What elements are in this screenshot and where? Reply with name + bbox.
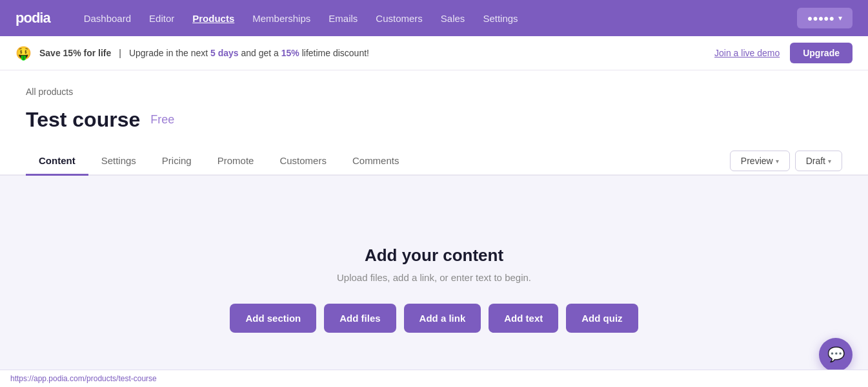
promo-end-text: lifetime discount! [302, 48, 369, 58]
add-content-buttons: Add section Add files Add a link Add tex… [230, 304, 638, 333]
nav-links: Dashboard Editor Products Memberships Em… [76, 9, 792, 28]
tab-comments[interactable]: Comments [339, 147, 412, 176]
breadcrumb-area: All products [0, 70, 868, 103]
promo-actions: Join a live demo Upgrade [714, 43, 853, 63]
add-quiz-button[interactable]: Add quiz [566, 304, 638, 333]
promo-banner: 🤑 Save 15% for life | Upgrade in the nex… [0, 36, 868, 70]
status-url: https://app.podia.com/products/test-cour… [10, 374, 157, 383]
nav-products[interactable]: Products [185, 9, 242, 28]
page-title-area: Test course Free [0, 103, 868, 147]
nav-editor[interactable]: Editor [141, 9, 182, 28]
tab-settings[interactable]: Settings [88, 147, 149, 176]
nav-memberships[interactable]: Memberships [245, 9, 318, 28]
nav-settings[interactable]: Settings [475, 9, 525, 28]
page-title: Test course [26, 108, 140, 132]
tabs-left: Content Settings Pricing Promote Custome… [26, 147, 412, 174]
tabs-right: Preview Draft [730, 151, 842, 171]
user-menu-button[interactable]: ●●●●● [797, 8, 853, 28]
promo-middle: Upgrade in the next 5 days and get a 15%… [129, 48, 369, 58]
add-files-button[interactable]: Add files [324, 304, 396, 333]
tab-content[interactable]: Content [26, 147, 88, 176]
content-area: Add your content Upload files, add a lin… [0, 176, 868, 387]
status-bar: https://app.podia.com/products/test-cour… [0, 370, 868, 387]
chat-bubble[interactable]: 💬 [819, 338, 853, 371]
draft-button[interactable]: Draft [795, 151, 842, 171]
promo-upgrade-button[interactable]: Upgrade [790, 43, 853, 63]
add-content-subtext: Upload files, add a link, or enter text … [337, 272, 531, 283]
promo-days: 5 days [210, 48, 239, 58]
navbar: podia Dashboard Editor Products Membersh… [0, 0, 868, 36]
promo-separator: | [119, 48, 121, 58]
add-section-button[interactable]: Add section [230, 304, 316, 333]
promo-bold-text: Save 15% for life [39, 48, 111, 58]
free-badge: Free [150, 113, 174, 127]
tab-promote[interactable]: Promote [205, 147, 267, 176]
add-content-heading: Add your content [365, 246, 503, 266]
tab-pricing[interactable]: Pricing [149, 147, 205, 176]
chat-icon: 💬 [827, 346, 845, 363]
main-container: All products Test course Free Content Se… [0, 70, 868, 387]
tab-customers[interactable]: Customers [267, 147, 339, 176]
promo-emoji: 🤑 [15, 45, 32, 61]
brand-logo[interactable]: podia [15, 10, 50, 26]
nav-sales[interactable]: Sales [433, 9, 473, 28]
breadcrumb[interactable]: All products [26, 87, 73, 97]
tabs-bar: Content Settings Pricing Promote Custome… [0, 147, 868, 176]
add-link-button[interactable]: Add a link [404, 304, 481, 333]
preview-button[interactable]: Preview [730, 151, 790, 171]
promo-discount: 15% [281, 48, 299, 58]
promo-middle-text2: and get a [241, 48, 279, 58]
nav-emails[interactable]: Emails [321, 9, 365, 28]
promo-middle-text: Upgrade in the next [129, 48, 208, 58]
nav-customers[interactable]: Customers [368, 9, 430, 28]
nav-dashboard[interactable]: Dashboard [76, 9, 139, 28]
add-text-button[interactable]: Add text [489, 304, 558, 333]
promo-demo-link[interactable]: Join a live demo [714, 48, 780, 58]
